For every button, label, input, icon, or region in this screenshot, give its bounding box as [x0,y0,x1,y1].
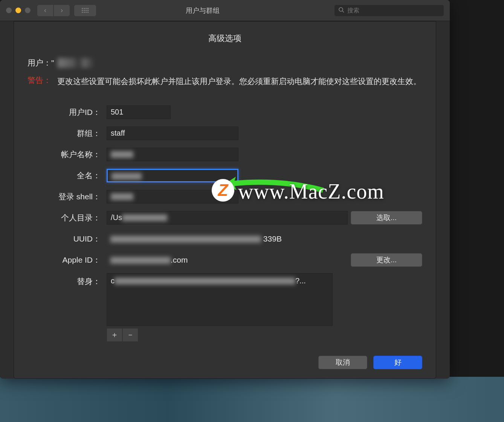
svg-point-0 [339,8,343,11]
row-apple-id: Apple ID： .com 更改... [27,252,422,268]
close-window-button[interactable] [6,8,12,13]
user-value-redacted [58,58,110,68]
user-quote: " [51,58,54,67]
label-apple-id: Apple ID： [27,255,107,265]
search-input[interactable] [347,7,440,14]
window-title: 用户与群组 [101,6,334,15]
label-uuid: UUID： [27,234,107,244]
user-row: 用户： " [27,58,422,68]
choose-home-dir-button[interactable]: 选取... [351,211,422,225]
chevron-right-icon: › [61,6,63,14]
label-full-name: 全名： [27,170,107,181]
watermark-text: www.MacZ.com [238,179,384,203]
alias-suffix: ?... [295,277,306,285]
search-box[interactable] [334,5,444,16]
apple-id-suffix: .com [171,255,188,264]
label-login-shell: 登录 shell： [27,191,107,202]
forward-button[interactable]: › [54,5,70,16]
grid-icon [82,8,89,13]
uuid-suffix: 339B [263,234,282,243]
home-dir-prefix: /Us [111,213,122,222]
label-group: 群组： [27,128,107,139]
zoom-window-button[interactable] [25,8,31,13]
label-home-dir: 个人目录： [27,213,107,223]
input-group[interactable] [107,127,238,140]
row-uuid: UUID： 339B [27,231,422,247]
label-aliases: 替身： [27,273,107,287]
warning-row: 警告： 更改这些设置可能会损坏此帐户并阻止该用户登录。您必须重新启动电脑才能使对… [27,75,422,88]
titlebar: ‹ › 用户与群组 [0,0,450,21]
list-aliases[interactable]: c?... [107,273,333,326]
row-user-id: 用户ID： [27,104,422,120]
user-label: 用户： [27,58,51,68]
warning-label: 警告： [27,75,51,88]
value-uuid: 339B [107,232,286,245]
account-name-redacted [111,151,133,158]
alias-prefix: c [111,277,115,285]
row-aliases: 替身： c?... [27,273,422,326]
value-apple-id: .com [107,254,192,266]
remove-alias-button[interactable]: － [122,328,138,342]
show-all-button[interactable] [74,5,96,16]
svg-line-1 [342,11,344,12]
input-home-dir[interactable]: /Us [107,211,348,225]
ok-button[interactable]: 好 [373,356,422,369]
full-name-redacted [111,173,142,180]
traffic-lights [6,8,31,13]
watermark-logo: Z [212,179,234,202]
home-dir-redacted [122,214,167,221]
dialog-footer: 取消 好 [318,356,422,369]
chevron-left-icon: ‹ [44,6,46,14]
row-home-dir: 个人目录： /Us 选取... [27,210,422,226]
nav-buttons: ‹ › [37,5,70,16]
row-account-name: 帐户名称： [27,147,422,162]
shell-redacted [111,193,133,200]
cancel-button[interactable]: 取消 [318,356,367,369]
label-account-name: 帐户名称： [27,149,107,160]
input-user-id[interactable] [107,106,171,119]
label-user-id: 用户ID： [27,107,107,118]
change-apple-id-button[interactable]: 更改... [351,253,422,267]
input-account-name[interactable] [107,148,238,161]
search-icon [338,7,344,14]
warning-text: 更改这些设置可能会损坏此帐户并阻止该用户登录。您必须重新启动电脑才能使对这些设置… [57,75,421,88]
uuid-redacted [110,236,261,243]
apple-id-redacted [110,257,171,264]
alias-redacted [115,278,295,284]
minimize-window-button[interactable] [15,8,21,13]
add-alias-button[interactable]: ＋ [107,328,122,342]
dialog-title: 高级选项 [27,33,422,44]
back-button[interactable]: ‹ [37,5,53,16]
alias-buttons: ＋ － [107,328,422,342]
row-group: 群组： [27,125,422,141]
